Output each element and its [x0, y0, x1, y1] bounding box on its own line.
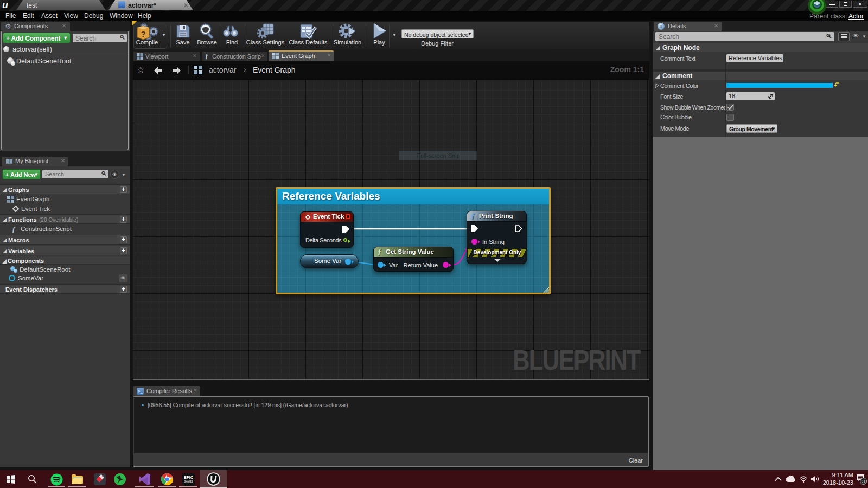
svg-text:GAMES: GAMES — [184, 480, 193, 483]
svg-text:?: ? — [141, 29, 145, 38]
svg-text:EPIC: EPIC — [184, 475, 194, 480]
